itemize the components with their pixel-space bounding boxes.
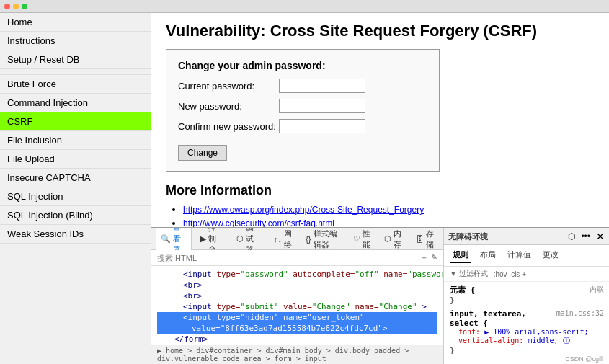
confirm-password-row: Confirm new password:	[178, 119, 427, 133]
prop-val-valign: middle; ⓘ	[528, 337, 569, 345]
styles-selector: 元素 {	[450, 285, 475, 296]
styles-close: }	[450, 296, 455, 305]
devtools-tab-memory[interactable]: ⬡ 内存	[380, 228, 407, 252]
tag: <input	[183, 313, 212, 322]
debugger-icon: ⬡	[236, 234, 244, 244]
tag: </form>	[174, 334, 208, 344]
new-password-input[interactable]	[279, 99, 365, 113]
cgisecurity-link[interactable]: http://www.cgisecurity.com/csrf-faq.html	[183, 218, 334, 227]
close-dot[interactable]	[4, 4, 10, 9]
devtools-panel: 🔍 查看器 ▶ 控制台 ⬡ 调试器 ↑↓ 网络	[151, 227, 609, 364]
tab-changes[interactable]: 更改	[540, 248, 561, 263]
html-line-highlighted-2[interactable]: value="8ff63e3ad7ad155584b7e622c4fdc7cd"…	[157, 323, 437, 334]
html-line: <input type="password" autocomplete="off…	[157, 269, 437, 280]
page-content: Vulnerability: Cross Site Request Forger…	[151, 13, 609, 227]
sidebar-item-weak-session-ids[interactable]: Weak Session IDs	[0, 225, 151, 244]
confirm-password-input[interactable]	[279, 119, 365, 133]
devtools-tab-performance[interactable]: ♡ 性能	[349, 228, 376, 252]
styles-filter-bar: ▼ 过滤样式 :hov .cls +	[444, 267, 609, 282]
tag: <input	[183, 302, 212, 311]
csdn-watermark: CSDN @cgill	[444, 354, 609, 364]
val: "password"	[241, 270, 288, 279]
styles-prop-valign: vertical-align: middle; ⓘ	[450, 336, 604, 346]
styles-rule-input: input, textarea, select { main.css:32 fo…	[450, 309, 604, 354]
console-icon: ▶	[200, 234, 206, 244]
change-button[interactable]: Change	[178, 145, 227, 161]
sidebar-item-csrf[interactable]: CSRF	[0, 112, 151, 131]
val: "Change"	[312, 302, 350, 311]
styles-selector3: select {	[450, 319, 488, 328]
current-password-input[interactable]	[279, 79, 365, 93]
sidebar-item-insecure-captcha[interactable]: Insecure CAPTCHA	[0, 169, 151, 187]
html-line-highlighted[interactable]: <input type="hidden" name="user_token"	[157, 312, 437, 323]
memory-label: 内存	[394, 228, 403, 250]
current-password-label: Current password:	[178, 81, 279, 92]
performance-label: 性能	[363, 228, 372, 250]
attr: name=	[383, 270, 407, 279]
minimize-dot[interactable]	[13, 4, 19, 9]
prop-name-font: font:	[458, 328, 480, 336]
page-title: Vulnerability: Cross Site Request Forger…	[166, 22, 595, 40]
attr: type=	[216, 270, 240, 279]
style-editor-label: 样式编辑器	[314, 228, 340, 250]
html-line: <br>	[157, 290, 437, 301]
sidebar-item-sql-injection-blind[interactable]: SQL Injection (Blind)	[0, 206, 151, 225]
breadcrumb: ▶ home > div#container > div#main_body >…	[157, 347, 437, 363]
devtools-tab-network[interactable]: ↑↓ 网络	[270, 228, 297, 252]
tag: >	[383, 324, 388, 333]
filter-options[interactable]: :hov .cls +	[494, 270, 526, 278]
val: "user_token"	[307, 313, 364, 322]
accessibility-expand-icon[interactable]: ⬡	[568, 231, 575, 241]
attr: value=	[192, 324, 221, 333]
breadcrumb-bar: ▶ home > div#container > div#main_body >…	[151, 345, 443, 364]
search-input[interactable]	[157, 254, 417, 262]
styles-prop-font: font: ▶ 100% arial,sans-serif;	[450, 328, 604, 336]
styles-selector2: input, textarea,	[450, 309, 526, 319]
html-panel[interactable]: <input type="password" autocomplete="off…	[151, 266, 443, 345]
storage-label: 存储	[426, 228, 435, 250]
performance-icon: ♡	[353, 234, 360, 244]
devtools-search-bar: ＋ ✎	[151, 250, 443, 266]
sidebar-item-instructions[interactable]: Instructions	[0, 32, 151, 50]
sidebar-item-sql-injection[interactable]: SQL Injection	[0, 187, 151, 206]
attr: name=	[355, 302, 378, 311]
sidebar-item-home[interactable]: Home	[0, 13, 151, 32]
accessibility-dots-icon[interactable]: •••	[581, 231, 590, 241]
storage-icon: 🗄	[416, 235, 424, 244]
val: "off"	[355, 270, 378, 279]
styles-source2: main.css:32	[556, 309, 604, 328]
val: "hidden"	[241, 313, 279, 322]
sidebar: Home Instructions Setup / Reset DB Brute…	[0, 13, 151, 364]
devtools-tab-storage[interactable]: 🗄 存储	[412, 228, 439, 252]
attr: type=	[216, 313, 240, 322]
tag: <br>	[183, 291, 203, 301]
styles-tabs: 规则 布局 计算值 更改	[444, 245, 609, 267]
edit-icon[interactable]: ✎	[431, 253, 437, 262]
styles-panel: 元素 { 内联 } input, textarea, select {	[444, 282, 609, 354]
accessibility-title: 无障碍环境	[448, 231, 488, 242]
sidebar-item-setup[interactable]: Setup / Reset DB	[0, 50, 151, 69]
sidebar-item-brute-force[interactable]: Brute Force	[0, 75, 151, 94]
sidebar-item-file-upload[interactable]: File Upload	[0, 150, 151, 169]
network-label: 网络	[284, 228, 293, 250]
tab-rules[interactable]: 规则	[450, 248, 471, 263]
plus-icon[interactable]: ＋	[420, 252, 428, 263]
tab-layout[interactable]: 布局	[477, 248, 499, 263]
list-item: https://www.owasp.org/index.php/Cross-Si…	[183, 204, 595, 215]
new-password-row: New password:	[178, 99, 427, 113]
maximize-dot[interactable]	[22, 4, 27, 9]
memory-icon: ⬡	[384, 234, 391, 244]
val: "Change"	[379, 302, 417, 311]
confirm-password-label: Confirm new password:	[178, 121, 279, 132]
sidebar-item-file-inclusion[interactable]: File Inclusion	[0, 131, 151, 150]
val: "password_conf"	[407, 270, 443, 279]
val: "8ff63e3ad7ad155584b7e622c4fdc7cd"	[221, 324, 383, 333]
sidebar-item-command-injection[interactable]: Command Injection	[0, 94, 151, 112]
accessibility-close-icon[interactable]: ✕	[596, 231, 605, 242]
admin-password-form: Change your admin password: Current pass…	[166, 49, 440, 172]
tab-computed[interactable]: 计算值	[504, 248, 534, 263]
more-information-section: More Information https://www.owasp.org/i…	[166, 183, 595, 227]
devtools-tab-style-editor[interactable]: {} 样式编辑器	[301, 228, 344, 252]
tag: >	[422, 302, 427, 311]
owasp-link[interactable]: https://www.owasp.org/index.php/Cross-Si…	[183, 205, 424, 215]
